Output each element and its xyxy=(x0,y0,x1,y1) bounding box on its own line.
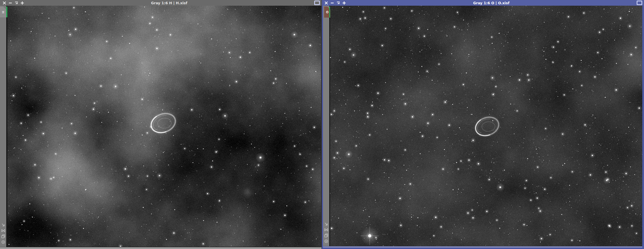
horizontal-scrollbar[interactable] xyxy=(0,247,322,249)
minimize-icon[interactable] xyxy=(9,1,12,5)
zoom-icon[interactable] xyxy=(20,1,24,5)
active-view-indicator xyxy=(6,7,7,17)
sidebar-toolbuttons xyxy=(0,223,6,244)
shade-icon[interactable] xyxy=(14,1,18,5)
active-window-border xyxy=(642,6,644,249)
window-right-edge xyxy=(321,6,322,247)
window-body-o: O xyxy=(322,6,644,249)
close-icon[interactable] xyxy=(324,1,328,5)
window-title: Gray 1:6 H | H.xisf xyxy=(24,1,314,5)
screen-mode-icon[interactable] xyxy=(637,1,642,5)
view-sidebar-o: O xyxy=(323,6,329,246)
shade-icon[interactable] xyxy=(336,1,340,5)
diagonal-arrow-icon[interactable] xyxy=(1,223,5,227)
sidebar-toolbuttons xyxy=(323,222,329,243)
image-view-o[interactable] xyxy=(330,6,642,246)
fit-view-icon[interactable] xyxy=(1,229,5,233)
image-view-h[interactable] xyxy=(7,6,321,247)
target-icon[interactable] xyxy=(324,239,328,243)
screen-mode-icon[interactable] xyxy=(314,1,320,5)
zoom-icon[interactable] xyxy=(342,1,346,5)
view-sidebar-h: H xyxy=(0,6,6,247)
titlebar-o[interactable]: Gray 1:6 O | O.xisf xyxy=(322,0,644,6)
image-window-o: Gray 1:6 O | O.xisf O xyxy=(322,0,644,249)
window-body-h: H xyxy=(0,6,322,249)
view-selector-tab-h[interactable]: H xyxy=(0,7,6,17)
pixinsight-workspace: Gray 1:6 H | H.xisf H xyxy=(0,0,644,249)
titlebar-h[interactable]: Gray 1:6 H | H.xisf xyxy=(0,0,322,6)
diagonal-arrow-icon[interactable] xyxy=(324,222,328,226)
view-id-label: H xyxy=(1,11,5,13)
close-icon[interactable] xyxy=(3,1,6,5)
active-view-indicator xyxy=(329,7,330,18)
window-title: Gray 1:6 O | O.xisf xyxy=(346,1,637,5)
minimize-icon[interactable] xyxy=(330,1,334,5)
titlebar-buttons xyxy=(0,1,24,5)
active-window-border xyxy=(322,248,644,249)
target-icon[interactable] xyxy=(1,240,5,244)
titlebar-buttons xyxy=(322,1,346,5)
view-id-label: O xyxy=(325,11,329,13)
fit-view-icon[interactable] xyxy=(324,228,328,232)
duplicate-view-icon[interactable] xyxy=(324,233,328,238)
image-window-h: Gray 1:6 H | H.xisf H xyxy=(0,0,322,249)
duplicate-view-icon[interactable] xyxy=(1,234,5,238)
